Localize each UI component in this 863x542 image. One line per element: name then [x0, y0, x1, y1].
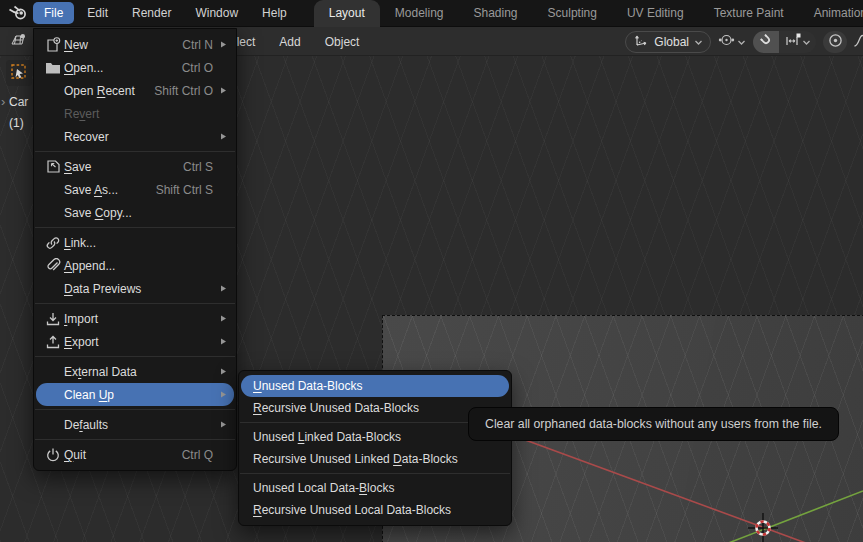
- snap-toggle-button[interactable]: [753, 31, 779, 53]
- menu-item-revert: Revert: [36, 102, 234, 125]
- menu-separator: [35, 227, 235, 228]
- submenu-arrow-icon: [218, 314, 227, 323]
- chevron-down-icon: [802, 35, 811, 49]
- snap-controls: [753, 31, 816, 53]
- tooltip: Clear all orphaned data-blocks without a…: [468, 407, 839, 441]
- viewport-menu-object[interactable]: Object: [325, 35, 360, 49]
- snap-mode-dropdown[interactable]: [779, 31, 816, 53]
- submenu-arrow-icon: [218, 420, 227, 429]
- pivot-point-dropdown[interactable]: [718, 32, 746, 51]
- menu-item-shortcut: Shift Ctrl O: [154, 84, 213, 98]
- menu-separator: [240, 473, 510, 474]
- menu-item-quit[interactable]: QuitCtrl Q: [36, 443, 234, 466]
- viewport-header-controls: Global: [625, 27, 863, 56]
- menu-item-unused-data-blocks[interactable]: Unused Data-Blocks: [241, 375, 509, 397]
- select-box-tool-button[interactable]: [6, 60, 32, 86]
- menu-item-save[interactable]: SaveCtrl S: [36, 155, 234, 178]
- menu-item-recover[interactable]: Recover: [36, 125, 234, 148]
- clean-up-submenu: Unused Data-BlocksRecursive Unused Data-…: [238, 370, 512, 526]
- menu-item-save-as[interactable]: Save As...Shift Ctrl S: [36, 178, 234, 201]
- menu-item-label: Open Recent: [64, 84, 135, 98]
- chevron-down-icon: [737, 35, 746, 49]
- menu-item-recursive-unused-linked-data-blocks[interactable]: Recursive Unused Linked Data-Blocks: [241, 448, 509, 470]
- menu-item-label: Recursive Unused Data-Blocks: [253, 401, 419, 415]
- menu-item-new[interactable]: NewCtrl N: [36, 33, 234, 56]
- append-icon: [42, 258, 64, 274]
- menubar-item-help[interactable]: Help: [251, 2, 298, 24]
- proportional-editing-icon: [828, 33, 843, 51]
- new-file-icon: [42, 37, 64, 53]
- blender-logo[interactable]: [8, 4, 29, 22]
- toolbar-expand-chevron-icon[interactable]: ›: [1, 94, 5, 109]
- proportional-editing-button[interactable]: [823, 31, 847, 53]
- menu-item-label: Save: [64, 160, 91, 174]
- workspace-tabs: LayoutModelingShadingSculptingUV Editing…: [314, 0, 863, 27]
- menu-item-open[interactable]: Open...Ctrl O: [36, 56, 234, 79]
- tab-shading[interactable]: Shading: [459, 0, 533, 27]
- menubar-item-window[interactable]: Window: [184, 2, 249, 24]
- snap-increment-icon: [784, 32, 802, 51]
- menu-item-shortcut: Ctrl Q: [182, 448, 213, 462]
- menu-item-save-copy[interactable]: Save Copy...: [36, 201, 234, 224]
- orientation-icon: [633, 33, 649, 51]
- file-menu-dropdown: NewCtrl NOpen...Ctrl OOpen RecentShift C…: [33, 28, 237, 471]
- menu-item-label: Recursive Unused Linked Data-Blocks: [253, 452, 458, 466]
- menu-item-label: Export: [64, 335, 99, 349]
- viewport-menu-add[interactable]: Add: [279, 35, 300, 49]
- viewport-menus: SelectAddObject: [222, 27, 359, 56]
- menu-item-open-recent[interactable]: Open RecentShift Ctrl O: [36, 79, 234, 102]
- menu-item-shortcut: Shift Ctrl S: [156, 183, 213, 197]
- select-box-tool-icon: [10, 63, 28, 84]
- menu-item-clean-up[interactable]: Clean Up: [36, 383, 234, 406]
- export-icon: [42, 334, 64, 350]
- menu-item-link[interactable]: Link...: [36, 231, 234, 254]
- quit-icon: [42, 447, 64, 463]
- menubar-item-file[interactable]: File: [33, 2, 74, 24]
- orientation-label: Global: [654, 35, 689, 49]
- open-folder-icon: [42, 61, 64, 75]
- submenu-arrow-icon: [218, 132, 227, 141]
- cursor-3d-icon: [748, 513, 778, 542]
- menu-item-label: Recursive Unused Local Data-Blocks: [253, 503, 451, 517]
- menubar-item-edit[interactable]: Edit: [76, 2, 119, 24]
- menu-separator: [35, 151, 235, 152]
- menu-item-label: Revert: [64, 107, 99, 121]
- menu-separator: [35, 303, 235, 304]
- menu-item-external-data[interactable]: External Data: [36, 360, 234, 383]
- menu-item-append[interactable]: Append...: [36, 254, 234, 277]
- menu-separator: [35, 356, 235, 357]
- submenu-arrow-icon: [218, 86, 227, 95]
- transform-orientation-dropdown[interactable]: Global: [625, 31, 711, 53]
- tooltip-text: Clear all orphaned data-blocks without a…: [485, 417, 822, 431]
- editor-type-button[interactable]: [4, 30, 32, 53]
- menu-item-data-previews[interactable]: Data Previews: [36, 277, 234, 300]
- menu-item-unused-local-data-blocks[interactable]: Unused Local Data-Blocks: [241, 477, 509, 499]
- menu-item-recursive-unused-local-data-blocks[interactable]: Recursive Unused Local Data-Blocks: [241, 499, 509, 521]
- menu-item-label: Unused Data-Blocks: [253, 379, 362, 393]
- menu-item-label: Import: [64, 312, 98, 326]
- tab-layout[interactable]: Layout: [314, 0, 380, 27]
- menu-item-shortcut: Ctrl S: [183, 160, 213, 174]
- submenu-arrow-icon: [218, 390, 227, 399]
- submenu-arrow-icon: [218, 284, 227, 293]
- tab-modeling[interactable]: Modeling: [380, 0, 459, 27]
- menu-item-label: Save Copy...: [64, 206, 132, 220]
- tab-texture-paint[interactable]: Texture Paint: [699, 0, 799, 27]
- menu-item-label: Data Previews: [64, 282, 141, 296]
- falloff-curve-icon[interactable]: [854, 33, 863, 51]
- chevron-down-icon: [694, 35, 703, 49]
- menu-item-label: Link...: [64, 236, 96, 250]
- menubar-item-render[interactable]: Render: [121, 2, 182, 24]
- menu-item-label: Unused Linked Data-Blocks: [253, 430, 401, 444]
- submenu-arrow-icon: [218, 367, 227, 376]
- menu-item-import[interactable]: Import: [36, 307, 234, 330]
- menu-item-label: Defaults: [64, 418, 108, 432]
- tab-animation[interactable]: Animation: [799, 0, 863, 27]
- menu-item-defaults[interactable]: Defaults: [36, 413, 234, 436]
- menu-item-export[interactable]: Export: [36, 330, 234, 353]
- menu-item-label: Clean Up: [64, 388, 114, 402]
- tab-sculpting[interactable]: Sculpting: [533, 0, 612, 27]
- tab-uv-editing[interactable]: UV Editing: [612, 0, 699, 27]
- menu-item-label: Save As...: [64, 183, 118, 197]
- viewport-overlay-text: Car: [9, 95, 28, 109]
